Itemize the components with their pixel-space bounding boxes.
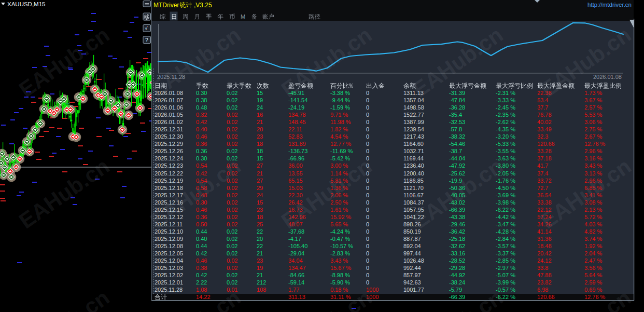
svg-text:1000: 1000 — [366, 287, 379, 293]
svg-text:0.02: 0.02 — [227, 243, 237, 249]
svg-text:3.06 %: 3.06 % — [584, 119, 602, 125]
svg-text:47.88: 47.88 — [537, 272, 552, 278]
svg-text:-44.92: -44.92 — [449, 272, 465, 278]
svg-text:0.36: 0.36 — [196, 141, 207, 147]
svg-text:0.02: 0.02 — [227, 272, 237, 278]
svg-text:0.42: 0.42 — [196, 119, 207, 125]
svg-text:34.04: 34.04 — [288, 257, 303, 264]
svg-text:-59.14: -59.14 — [288, 279, 304, 286]
svg-text:0.36: 0.36 — [196, 148, 207, 154]
svg-text:24: 24 — [257, 104, 263, 111]
svg-text:-6.22 %: -6.22 % — [496, 207, 515, 213]
svg-text:2.04 %: 2.04 % — [584, 250, 602, 256]
svg-text:-0.47 %: -0.47 % — [330, 236, 350, 242]
svg-text:0.02: 0.02 — [227, 214, 237, 220]
svg-text:1026.48: 1026.48 — [403, 257, 424, 264]
svg-text:15.03: 15.03 — [288, 185, 303, 191]
svg-text:33.49: 33.49 — [537, 126, 552, 132]
svg-text:0.50: 0.50 — [196, 221, 207, 227]
svg-text:20: 20 — [257, 126, 263, 132]
svg-text:5.64 %: 5.64 % — [584, 272, 602, 278]
svg-text:0.02: 0.02 — [227, 126, 237, 132]
svg-text:-36.28: -36.28 — [449, 104, 465, 111]
svg-text:1106.67: 1106.67 — [403, 192, 424, 198]
svg-text:0: 0 — [366, 141, 369, 147]
svg-text:1239.54: 1239.54 — [403, 126, 424, 132]
svg-text:2025.12.04: 2025.12.04 — [155, 257, 183, 264]
svg-text:134.47: 134.47 — [288, 265, 306, 271]
svg-text:0: 0 — [366, 250, 369, 256]
svg-text:0.02: 0.02 — [227, 104, 237, 111]
svg-text:1.73 %: 1.73 % — [584, 90, 602, 96]
svg-text:2026.01.02: 2026.01.02 — [155, 119, 183, 125]
svg-text:0: 0 — [366, 112, 369, 118]
svg-text:29: 29 — [257, 185, 263, 191]
svg-text:2025.12.19: 2025.12.19 — [155, 178, 183, 184]
svg-text:-4.50 %: -4.50 % — [496, 185, 515, 191]
svg-text:-29.28: -29.28 — [449, 265, 465, 271]
svg-text:-3.63 %: -3.63 % — [496, 155, 515, 161]
svg-text:-24.19: -24.19 — [288, 104, 304, 111]
svg-text:-2.97 %: -2.97 % — [496, 265, 515, 271]
svg-text:850.19: 850.19 — [403, 228, 421, 235]
svg-text:2025.11.28: 2025.11.28 — [155, 287, 183, 293]
svg-text:5.65 %: 5.65 % — [330, 221, 348, 227]
svg-text:1.82 %: 1.82 % — [330, 126, 348, 132]
svg-text:0: 0 — [366, 133, 369, 140]
svg-text:2025.12.22: 2025.12.22 — [155, 170, 183, 177]
svg-text:-136.73: -136.73 — [288, 148, 307, 154]
svg-text:0.42: 0.42 — [196, 250, 207, 256]
svg-text:0.38: 0.38 — [196, 265, 207, 271]
svg-text:36.54: 36.54 — [537, 192, 552, 198]
svg-text:0.02: 0.02 — [227, 97, 237, 103]
svg-text:37.4: 37.4 — [537, 170, 548, 177]
svg-text:XAUUSD,M15: XAUUSD,M15 — [7, 1, 46, 7]
svg-text:M: M — [241, 13, 245, 20]
svg-text:212: 212 — [257, 279, 266, 286]
svg-text:-32.62: -32.62 — [449, 243, 465, 249]
svg-text:0.46: 0.46 — [196, 207, 207, 213]
svg-text:1.92 %: 1.92 % — [584, 243, 602, 249]
svg-text:0.48: 0.48 — [196, 104, 207, 111]
svg-text:-5.33 %: -5.33 % — [496, 141, 515, 147]
svg-text:15: 15 — [257, 155, 263, 161]
svg-text:-8.98 %: -8.98 % — [330, 272, 350, 278]
svg-text:1.08: 1.08 — [196, 287, 207, 293]
svg-text:0.38: 0.38 — [196, 97, 207, 103]
svg-text:2025.12.02: 2025.12.02 — [155, 272, 183, 278]
svg-text:72.7: 72.7 — [537, 185, 548, 191]
svg-text:-47.84: -47.84 — [449, 97, 465, 103]
svg-text:0.36: 0.36 — [196, 214, 207, 220]
svg-text:148.45: 148.45 — [288, 119, 306, 125]
svg-text:-105.40: -105.40 — [288, 243, 307, 249]
svg-text:1387.99: 1387.99 — [403, 119, 424, 125]
svg-text:22: 22 — [257, 243, 263, 249]
svg-text:0: 0 — [366, 221, 369, 227]
svg-text:0.02: 0.02 — [227, 141, 237, 147]
svg-text:32.3: 32.3 — [537, 133, 548, 140]
svg-text:1032.71: 1032.71 — [403, 148, 424, 154]
svg-text:0.30: 0.30 — [196, 90, 207, 96]
svg-text:-2.83 %: -2.83 % — [330, 250, 350, 256]
svg-text:23: 23 — [257, 207, 263, 213]
svg-text:2025.12.08: 2025.12.08 — [155, 243, 183, 249]
svg-text:5.72 %: 5.72 % — [584, 214, 602, 220]
svg-text:15.67 %: 15.67 % — [330, 265, 352, 271]
svg-text:-25.18: -25.18 — [449, 236, 465, 242]
svg-text:-3.55 %: -3.55 % — [496, 148, 515, 154]
svg-text:887.87: 887.87 — [403, 236, 421, 242]
svg-text:21: 21 — [257, 272, 263, 278]
svg-text:33.72: 33.72 — [537, 178, 552, 184]
svg-text:-2.62 %: -2.62 % — [496, 119, 515, 125]
svg-text:√: √ — [145, 25, 148, 31]
svg-text:18: 18 — [257, 148, 263, 154]
svg-text:0.02: 0.02 — [227, 250, 237, 256]
svg-text:-5.07 %: -5.07 % — [496, 272, 515, 278]
svg-text:-43.38: -43.38 — [449, 214, 465, 220]
svg-text:33.8: 33.8 — [537, 265, 548, 271]
svg-text:0.02: 0.02 — [227, 90, 237, 96]
svg-text:31.36: 31.36 — [537, 236, 552, 242]
svg-text:892.04: 892.04 — [403, 243, 421, 249]
svg-text:15.92 %: 15.92 % — [330, 214, 352, 220]
svg-text:53.4: 53.4 — [537, 97, 548, 103]
